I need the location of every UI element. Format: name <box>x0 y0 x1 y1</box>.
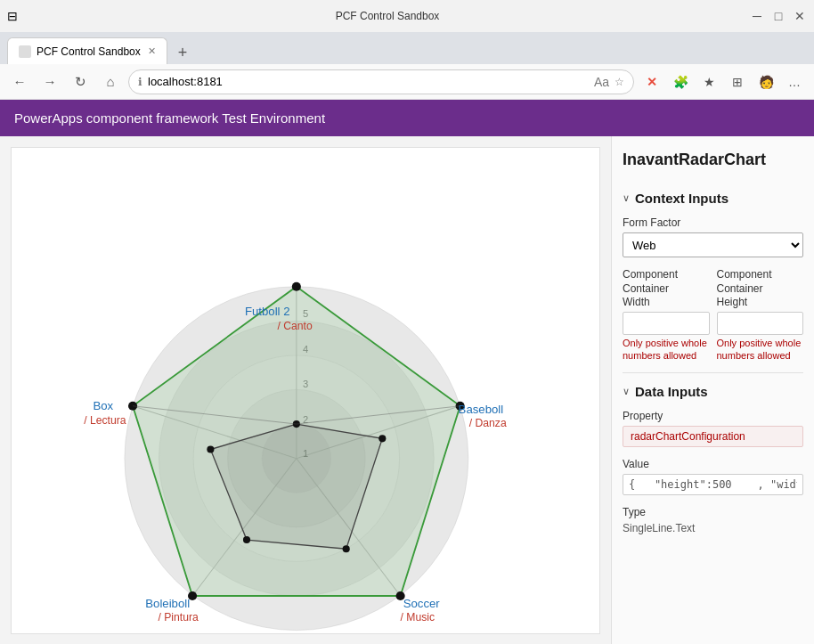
axis-sublabel-boleiboll: / Pintura <box>158 611 199 624</box>
axis-label-futboll: Futboll 2 <box>245 305 290 318</box>
collections-icon[interactable]: ⊞ <box>725 69 750 94</box>
tab-title-text: PCF Control Sandbox <box>37 45 142 58</box>
width-hint: Only positive whole numbers allowed <box>623 337 710 363</box>
property-value: radarChartConfiguration <box>623 426 803 447</box>
settings-icon[interactable]: … <box>782 69 807 94</box>
axis-label-boleiboll: Boleiboll <box>145 597 190 610</box>
window-title: PCF Control Sandbox <box>25 10 750 22</box>
context-inputs-chevron-icon: ∨ <box>623 192 630 204</box>
radar-chart-svg: 1 2 3 4 5 Futboll <box>12 148 599 633</box>
width-group: Component Container Width Only positive … <box>623 268 710 362</box>
read-mode-icon: Aa <box>594 75 609 89</box>
app-header-title: PowerApps component framework Test Envir… <box>14 110 325 126</box>
height-hint: Only positive whole numbers allowed <box>717 337 804 363</box>
chart-area: 1 2 3 4 5 Futboll <box>11 147 600 634</box>
axis-sublabel-futboll: / Canto <box>278 320 313 332</box>
width-input[interactable] <box>623 312 710 335</box>
home-button[interactable]: ⌂ <box>98 69 123 94</box>
axis-label-baseboll: Baseboll <box>459 403 504 416</box>
browser-chrome: ⊟ PCF Control Sandbox ─ □ ✕ PCF Control … <box>0 0 814 100</box>
dark-point-right <box>379 435 386 442</box>
data-inputs-chevron-icon: ∨ <box>623 386 630 397</box>
app-header: PowerApps component framework Test Envir… <box>0 100 814 136</box>
property-group: Property radarChartConfiguration <box>623 410 803 447</box>
container-dimensions-group: Component Container Width Only positive … <box>623 268 803 362</box>
minimize-button[interactable]: ─ <box>750 9 764 23</box>
sidebar-toggle-icon[interactable]: ⊟ <box>7 9 18 23</box>
value-label: Value <box>623 458 803 470</box>
maximize-button[interactable]: □ <box>771 9 786 23</box>
sidebar: InavantRadarChart ∨ Context Inputs Form … <box>611 136 814 644</box>
context-inputs-title: Context Inputs <box>635 191 729 206</box>
divider <box>623 372 803 373</box>
height-label: Component Container Height <box>717 268 804 310</box>
tab-bar: PCF Control Sandbox ✕ + <box>0 32 814 64</box>
axis-label-box: Box <box>93 399 113 412</box>
form-factor-label: Form Factor <box>623 216 803 229</box>
control-title: InavantRadarChart <box>623 151 803 176</box>
axis-sublabel-soccer: / Music <box>401 611 435 624</box>
title-bar: ⊟ PCF Control Sandbox ─ □ ✕ <box>0 0 814 32</box>
window-action-buttons: ─ □ ✕ <box>750 9 807 23</box>
axis-sublabel-baseboll: / Danza <box>469 417 507 429</box>
property-label: Property <box>623 410 803 422</box>
dark-point-bottomleft <box>243 536 250 543</box>
type-value: SingleLine.Text <box>623 522 803 534</box>
back-button[interactable]: ← <box>7 69 32 94</box>
crossbrowser-icon[interactable]: ✕ <box>639 69 664 94</box>
type-group: Type SingleLine.Text <box>623 506 803 534</box>
width-label: Component Container Width <box>623 268 710 310</box>
address-input[interactable] <box>148 75 589 88</box>
type-label: Type <box>623 506 803 518</box>
tab-close-icon[interactable]: ✕ <box>148 45 156 57</box>
dark-point-bottomright <box>343 545 350 552</box>
tab-favicon <box>19 45 31 58</box>
context-inputs-section-header[interactable]: ∨ Context Inputs <box>623 191 803 206</box>
new-tab-button[interactable]: + <box>171 41 194 64</box>
profile-icon[interactable]: 🧑 <box>753 69 778 94</box>
address-bar[interactable]: ℹ Aa ☆ <box>128 69 634 94</box>
close-button[interactable]: ✕ <box>793 9 807 23</box>
star-icon: ☆ <box>615 76 624 88</box>
dark-point-left <box>207 445 214 452</box>
data-point-top <box>292 282 301 291</box>
value-group: Value <box>623 458 803 495</box>
form-factor-select[interactable]: Web Tablet Phone <box>623 232 803 257</box>
height-group: Component Container Height Only positive… <box>717 268 804 362</box>
extensions-icon[interactable]: 🧩 <box>668 69 693 94</box>
axis-label-soccer: Soccer <box>403 597 441 610</box>
active-tab[interactable]: PCF Control Sandbox ✕ <box>7 37 167 64</box>
data-inputs-section-header[interactable]: ∨ Data Inputs <box>623 384 803 399</box>
value-input[interactable] <box>623 474 803 495</box>
forward-button[interactable]: → <box>37 69 62 94</box>
favorites-icon[interactable]: ★ <box>696 69 721 94</box>
data-inputs-title: Data Inputs <box>635 384 708 399</box>
info-icon: ℹ <box>138 76 142 88</box>
browser-toolbar: ✕ 🧩 ★ ⊞ 🧑 … <box>639 69 807 94</box>
axis-sublabel-box: / Lectura <box>84 414 126 427</box>
app-body: 1 2 3 4 5 Futboll <box>0 136 814 644</box>
height-input[interactable] <box>717 312 804 335</box>
nav-bar: ← → ↻ ⌂ ℹ Aa ☆ ✕ 🧩 ★ ⊞ 🧑 … <box>0 64 814 100</box>
window-controls: ⊟ <box>7 9 18 23</box>
form-factor-group: Form Factor Web Tablet Phone <box>623 216 803 257</box>
refresh-button[interactable]: ↻ <box>68 69 93 94</box>
